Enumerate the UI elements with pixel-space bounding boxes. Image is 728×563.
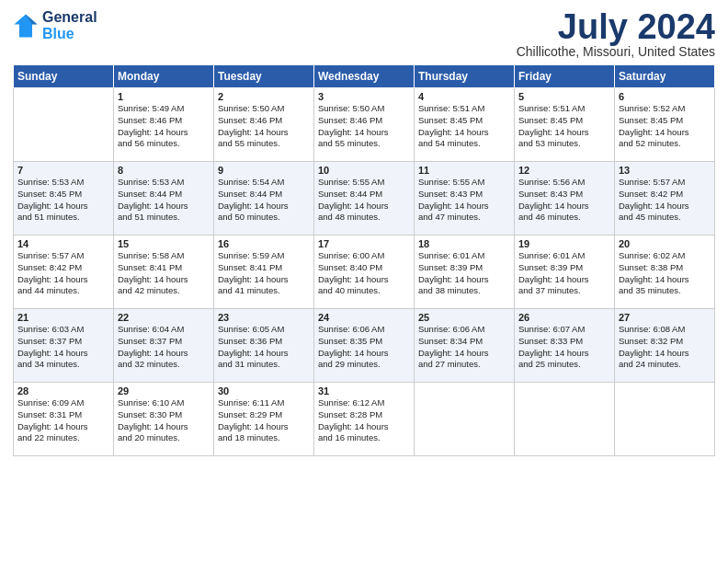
day-cell: 20Sunrise: 6:02 AMSunset: 8:38 PMDayligh… [615,236,715,309]
day-number: 13 [619,165,711,176]
day-number: 27 [619,312,711,323]
day-info: Sunrise: 6:03 AMSunset: 8:37 PMDaylight:… [17,324,109,371]
day-header-wednesday: Wednesday [314,65,415,88]
day-number: 23 [218,312,310,323]
day-cell: 30Sunrise: 6:11 AMSunset: 8:29 PMDayligh… [214,383,314,456]
day-number: 10 [318,165,410,176]
day-info: Sunrise: 5:50 AMSunset: 8:46 PMDaylight:… [318,103,410,150]
logo-line2: Blue [42,26,97,42]
day-info: Sunrise: 5:55 AMSunset: 8:43 PMDaylight:… [418,177,510,224]
day-info: Sunrise: 6:06 AMSunset: 8:35 PMDaylight:… [318,324,410,371]
logo-line1: General [42,9,97,26]
day-info: Sunrise: 6:09 AMSunset: 8:31 PMDaylight:… [17,397,109,444]
day-cell: 23Sunrise: 6:05 AMSunset: 8:36 PMDayligh… [214,309,314,383]
logo-icon [13,13,39,39]
day-number: 4 [418,91,510,102]
day-info: Sunrise: 5:53 AMSunset: 8:45 PMDaylight:… [17,177,109,224]
day-cell: 13Sunrise: 5:57 AMSunset: 8:42 PMDayligh… [615,162,715,236]
day-number: 11 [418,165,510,176]
day-cell: 16Sunrise: 5:59 AMSunset: 8:41 PMDayligh… [214,236,314,309]
day-number: 26 [518,312,610,323]
day-info: Sunrise: 5:51 AMSunset: 8:45 PMDaylight:… [518,103,610,150]
day-cell: 2Sunrise: 5:50 AMSunset: 8:46 PMDaylight… [214,88,314,162]
week-row-2: 7Sunrise: 5:53 AMSunset: 8:45 PMDaylight… [14,162,715,236]
day-info: Sunrise: 5:54 AMSunset: 8:44 PMDaylight:… [218,177,310,224]
day-info: Sunrise: 6:02 AMSunset: 8:38 PMDaylight:… [619,250,711,297]
day-number: 19 [518,238,610,249]
day-number: 5 [518,91,610,102]
week-row-5: 28Sunrise: 6:09 AMSunset: 8:31 PMDayligh… [14,383,715,456]
day-number: 16 [218,238,310,249]
day-cell: 21Sunrise: 6:03 AMSunset: 8:37 PMDayligh… [14,309,114,383]
day-info: Sunrise: 5:49 AMSunset: 8:46 PMDaylight:… [118,103,210,150]
day-number: 3 [318,91,410,102]
month-title: July 2024 [517,9,715,44]
day-cell: 24Sunrise: 6:06 AMSunset: 8:35 PMDayligh… [314,309,415,383]
title-area: July 2024 Chillicothe, Missouri, United … [517,9,715,59]
day-cell: 10Sunrise: 5:55 AMSunset: 8:44 PMDayligh… [314,162,415,236]
day-cell: 7Sunrise: 5:53 AMSunset: 8:45 PMDaylight… [14,162,114,236]
day-cell [415,383,515,456]
location: Chillicothe, Missouri, United States [517,44,715,59]
day-header-sunday: Sunday [14,65,114,88]
week-row-1: 1Sunrise: 5:49 AMSunset: 8:46 PMDaylight… [14,88,715,162]
day-info: Sunrise: 6:10 AMSunset: 8:30 PMDaylight:… [118,397,210,444]
day-info: Sunrise: 5:58 AMSunset: 8:41 PMDaylight:… [118,250,210,297]
day-cell: 12Sunrise: 5:56 AMSunset: 8:43 PMDayligh… [515,162,615,236]
day-cell [14,88,114,162]
day-info: Sunrise: 5:51 AMSunset: 8:45 PMDaylight:… [418,103,510,150]
day-cell: 14Sunrise: 5:57 AMSunset: 8:42 PMDayligh… [14,236,114,309]
header-row: SundayMondayTuesdayWednesdayThursdayFrid… [14,65,715,88]
day-cell: 25Sunrise: 6:06 AMSunset: 8:34 PMDayligh… [415,309,515,383]
day-cell: 31Sunrise: 6:12 AMSunset: 8:28 PMDayligh… [314,383,415,456]
day-cell: 19Sunrise: 6:01 AMSunset: 8:39 PMDayligh… [515,236,615,309]
day-cell [615,383,715,456]
day-number: 14 [17,238,109,249]
day-info: Sunrise: 6:06 AMSunset: 8:34 PMDaylight:… [418,324,510,371]
day-cell: 6Sunrise: 5:52 AMSunset: 8:45 PMDaylight… [615,88,715,162]
day-info: Sunrise: 6:01 AMSunset: 8:39 PMDaylight:… [518,250,610,297]
day-cell: 27Sunrise: 6:08 AMSunset: 8:32 PMDayligh… [615,309,715,383]
day-info: Sunrise: 6:11 AMSunset: 8:29 PMDaylight:… [218,397,310,444]
day-info: Sunrise: 5:53 AMSunset: 8:44 PMDaylight:… [118,177,210,224]
day-number: 12 [518,165,610,176]
day-number: 18 [418,238,510,249]
day-info: Sunrise: 5:59 AMSunset: 8:41 PMDaylight:… [218,250,310,297]
day-number: 8 [118,165,210,176]
day-number: 21 [17,312,109,323]
day-cell: 8Sunrise: 5:53 AMSunset: 8:44 PMDaylight… [114,162,214,236]
day-cell: 28Sunrise: 6:09 AMSunset: 8:31 PMDayligh… [14,383,114,456]
day-info: Sunrise: 6:01 AMSunset: 8:39 PMDaylight:… [418,250,510,297]
day-info: Sunrise: 6:05 AMSunset: 8:36 PMDaylight:… [218,324,310,371]
day-number: 15 [118,238,210,249]
day-info: Sunrise: 5:52 AMSunset: 8:45 PMDaylight:… [619,103,711,150]
day-cell: 18Sunrise: 6:01 AMSunset: 8:39 PMDayligh… [415,236,515,309]
day-number: 9 [218,165,310,176]
day-number: 6 [619,91,711,102]
day-header-monday: Monday [114,65,214,88]
day-cell: 5Sunrise: 5:51 AMSunset: 8:45 PMDaylight… [515,88,615,162]
day-header-saturday: Saturday [615,65,715,88]
logo: General Blue [13,9,97,41]
day-info: Sunrise: 6:04 AMSunset: 8:37 PMDaylight:… [118,324,210,371]
day-info: Sunrise: 5:50 AMSunset: 8:46 PMDaylight:… [218,103,310,150]
day-info: Sunrise: 5:57 AMSunset: 8:42 PMDaylight:… [619,177,711,224]
day-cell: 15Sunrise: 5:58 AMSunset: 8:41 PMDayligh… [114,236,214,309]
svg-marker-0 [14,14,37,37]
day-number: 30 [218,385,310,396]
day-number: 7 [17,165,109,176]
day-info: Sunrise: 6:12 AMSunset: 8:28 PMDaylight:… [318,397,410,444]
day-info: Sunrise: 6:07 AMSunset: 8:33 PMDaylight:… [518,324,610,371]
day-info: Sunrise: 5:57 AMSunset: 8:42 PMDaylight:… [17,250,109,297]
day-number: 20 [619,238,711,249]
day-number: 24 [318,312,410,323]
day-header-tuesday: Tuesday [214,65,314,88]
day-info: Sunrise: 6:08 AMSunset: 8:32 PMDaylight:… [619,324,711,371]
day-number: 1 [118,91,210,102]
day-cell: 29Sunrise: 6:10 AMSunset: 8:30 PMDayligh… [114,383,214,456]
week-row-4: 21Sunrise: 6:03 AMSunset: 8:37 PMDayligh… [14,309,715,383]
day-number: 28 [17,385,109,396]
day-number: 29 [118,385,210,396]
day-number: 22 [118,312,210,323]
day-info: Sunrise: 6:00 AMSunset: 8:40 PMDaylight:… [318,250,410,297]
